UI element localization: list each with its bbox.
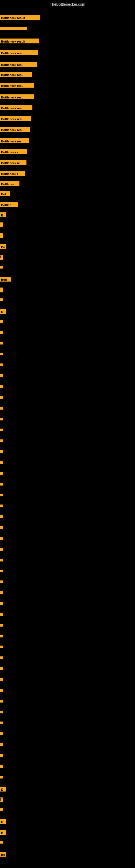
bar-tiny (0, 559, 3, 561)
bar-label: Bott (0, 277, 11, 282)
bar-item: Bottleneck r (0, 149, 27, 154)
bar-tiny (0, 429, 3, 431)
bar-item: E (0, 309, 6, 314)
bar-tiny (0, 537, 3, 540)
bar-tiny (0, 299, 3, 301)
bar-item: Bottleneck resu (0, 62, 37, 67)
bar-label: Bottleneck resu (0, 62, 37, 67)
bar-tiny (0, 266, 3, 269)
bar-tiny (0, 439, 3, 442)
bar-tiny (0, 776, 3, 778)
bar-item: Bo (0, 852, 6, 857)
bar-label: E (0, 786, 6, 792)
bar-item: Bottlen (0, 202, 18, 207)
bar-tiny (0, 591, 3, 594)
bar-tiny (0, 624, 3, 627)
bar-tiny (0, 222, 3, 227)
bar-item: Bottleneck resu (0, 94, 34, 99)
bar-tiny: | (0, 798, 3, 802)
bar-tiny (0, 352, 3, 355)
bar-tiny (0, 342, 3, 344)
bar-item: Bot (0, 191, 10, 196)
bar-label: Bottlen (0, 202, 18, 207)
bar-tiny (0, 364, 3, 366)
bar-item: Bottleneck r (0, 171, 25, 176)
bar-tiny (0, 700, 3, 703)
site-title: TheBottlenecker.com (0, 0, 135, 9)
bar-item: Bottleneck resu (0, 105, 32, 110)
bar-label: Bottleneck resu (0, 94, 34, 99)
bar-tiny (0, 374, 3, 377)
bar-label: B (0, 212, 6, 217)
bar-label: Bottleneck resu (0, 105, 32, 110)
bar-tiny: | (0, 255, 3, 260)
bar-item: E (0, 819, 6, 824)
bar-tiny (0, 743, 3, 746)
bar-label: Bottleneck re (0, 160, 27, 165)
bar-label: Bo (0, 244, 6, 249)
bar-item: Bottleneck resu (0, 72, 32, 77)
bar-tiny (0, 635, 3, 638)
bar-tiny (0, 808, 3, 811)
bar-tiny (0, 711, 3, 713)
bar-item: Bottleneck resu (0, 50, 38, 55)
bar-item: B (0, 212, 6, 217)
bar-tiny (0, 569, 3, 572)
bar-label: Bottleneck res (0, 138, 29, 143)
bar-tiny (0, 548, 3, 551)
bar-item: Bottleneck result (0, 15, 40, 20)
bar-label: Bottleneck result (0, 15, 40, 20)
bar-tiny (0, 841, 3, 844)
bar-label: Bottlenec (0, 181, 19, 186)
bar-tiny (0, 418, 3, 421)
bar-item: Bo (0, 244, 6, 249)
bar-tiny (0, 287, 3, 292)
bar-tiny (0, 396, 3, 399)
bar-tiny (0, 331, 3, 334)
bar-tiny (0, 656, 3, 659)
bar-tiny (0, 233, 3, 238)
bar-item: Bott (0, 277, 11, 282)
bar-label: Bottleneck resu (0, 72, 32, 77)
bar-tiny (0, 646, 3, 648)
bar-tiny (0, 721, 3, 724)
bar-tiny (0, 667, 3, 670)
bar-label: Bottleneck r (0, 149, 27, 154)
bar-item: Bottleneck resu (0, 83, 34, 88)
bar-item: Bottleneck re (0, 160, 27, 165)
bar-tiny (0, 461, 3, 464)
bar-item: Bottleneck resu (0, 116, 31, 121)
bar-label: B (0, 830, 6, 835)
bar-item: Bottleneck resu (0, 127, 30, 132)
bar-tiny (0, 689, 3, 692)
bar-tiny (0, 602, 3, 605)
bar-label: Bo (0, 852, 6, 857)
bar-label: E (0, 819, 6, 824)
bar-item: Bottlenec (0, 181, 19, 186)
bar-tiny (0, 450, 3, 453)
bar-tiny (0, 581, 3, 583)
bar-label: Bottleneck result (0, 38, 39, 43)
bar-tiny (0, 472, 3, 475)
bar-item: B (0, 830, 6, 835)
bar-item: Bottleneck res (0, 138, 29, 143)
bar-tiny (0, 504, 3, 507)
bar-item: E (0, 786, 6, 792)
bar-tiny (0, 27, 27, 30)
bar-label: Bottleneck resu (0, 116, 31, 121)
bar-label: Bottleneck resu (0, 127, 30, 132)
bar-tiny (0, 526, 3, 529)
bar-label: Bottleneck resu (0, 50, 38, 55)
bar-tiny (0, 320, 3, 323)
bar-tiny (0, 765, 3, 768)
bar-label: Bottleneck r (0, 171, 25, 176)
bar-tiny (0, 733, 3, 735)
bar-tiny (0, 516, 3, 518)
bar-tiny (0, 407, 3, 410)
bar-label: E (0, 309, 6, 314)
bar-tiny (0, 678, 3, 681)
bar-tiny (0, 494, 3, 496)
bar-item: Bottleneck result (0, 38, 39, 43)
bar-tiny (0, 483, 3, 486)
bar-label: Bottleneck resu (0, 83, 34, 88)
